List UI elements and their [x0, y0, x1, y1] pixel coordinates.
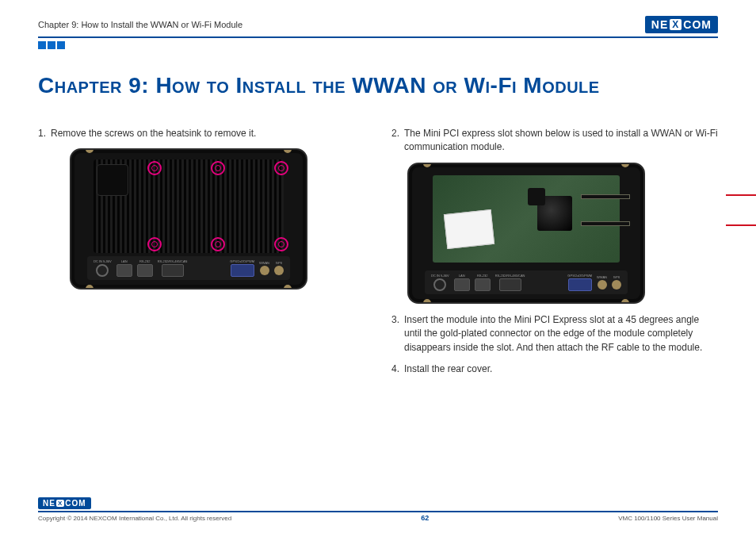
port-bar: DC IN 9-36V LAN RS-232 RS-232/RS-485/CAN…	[425, 270, 628, 294]
page-number: 62	[421, 514, 429, 522]
step-number: 1.	[38, 127, 51, 140]
step-1: 1. Remove the screws on the heatsink to …	[38, 127, 365, 140]
serial-port-icon	[499, 278, 521, 291]
step-text: Install the rear cover.	[404, 362, 718, 376]
vga-port-icon	[231, 264, 254, 277]
lan-port-icon	[454, 278, 470, 291]
callout-line-icon	[726, 224, 756, 226]
sma-port-icon	[598, 280, 607, 290]
step-text: Remove the screws on the heatsink to rem…	[51, 127, 365, 140]
dc-in-port-icon	[96, 264, 109, 277]
rs232-port-icon	[137, 264, 153, 277]
left-column: 1. Remove the screws on the heatsink to …	[38, 127, 365, 384]
callout-line-icon	[726, 194, 756, 196]
manual-name: VMC 100/1100 Series User Manual	[618, 515, 718, 522]
antenna-connector-icon	[423, 163, 431, 167]
antenna-connector-icon	[423, 299, 431, 304]
corner-panel	[97, 164, 128, 196]
port-bar: DC IN 9-36V LAN RS-232 RS-232/RS-485/CAN…	[87, 256, 290, 280]
antenna-connector-icon	[284, 285, 292, 290]
antenna-connector-icon	[284, 148, 292, 153]
mini-pcie-slot-wwan	[581, 194, 630, 199]
device-open-illustration: DC IN 9-36V LAN RS-232 RS-232/RS-485/CAN…	[407, 163, 718, 304]
step-text: The Mini PCI express slot shown below is…	[404, 127, 718, 155]
device-heatsink-illustration: DC IN 9-36V LAN RS-232 RS-232/RS-485/CAN…	[70, 148, 365, 290]
nexcom-logo: NE X COM	[645, 16, 718, 33]
step-number: 2.	[391, 127, 404, 155]
rs232-port-icon	[475, 278, 491, 291]
sma-port-icon	[260, 266, 269, 275]
page-header: Chapter 9: How to Install the WWAN or Wi…	[38, 16, 718, 38]
step-number: 3.	[391, 313, 404, 355]
sma-port-icon	[274, 266, 284, 275]
copyright-text: Copyright © 2014 NEXCOM International Co…	[38, 515, 231, 522]
step-3: 3. Insert the module into the Mini PCI E…	[391, 313, 718, 355]
chapter-title: Chapter 9: How to Install the WWAN or Wi…	[38, 73, 718, 98]
vga-port-icon	[568, 278, 592, 291]
antenna-connector-icon	[86, 285, 94, 290]
antenna-connector-icon	[621, 299, 629, 304]
chapter-reference: Chapter 9: How to Install the WWAN or Wi…	[38, 20, 242, 29]
screw-marker-icon	[274, 237, 288, 251]
nexcom-logo-footer: NE X COM	[38, 497, 91, 509]
mainboard	[433, 175, 620, 263]
serial-port-icon	[162, 264, 184, 277]
label-sticker	[444, 209, 494, 249]
step-4: 4. Install the rear cover.	[391, 362, 718, 376]
dc-in-port-icon	[433, 278, 446, 291]
antenna-connector-icon	[86, 148, 94, 153]
screw-marker-icon	[274, 161, 288, 175]
decorative-squares	[38, 41, 718, 49]
step-text: Insert the module into the Mini PCI Expr…	[404, 313, 718, 355]
antenna-connector-icon	[621, 163, 629, 167]
sma-port-icon	[612, 280, 621, 290]
right-column: 2. The Mini PCI express slot shown below…	[391, 127, 718, 384]
lan-port-icon	[116, 264, 132, 277]
mini-pcie-slot-wifi	[581, 221, 630, 226]
step-2: 2. The Mini PCI express slot shown below…	[391, 127, 718, 155]
chip-icon	[528, 188, 545, 205]
page-footer: NE X COM Copyright © 2014 NEXCOM Interna…	[38, 495, 718, 522]
content-columns: 1. Remove the screws on the heatsink to …	[38, 127, 718, 384]
step-number: 4.	[391, 362, 404, 376]
